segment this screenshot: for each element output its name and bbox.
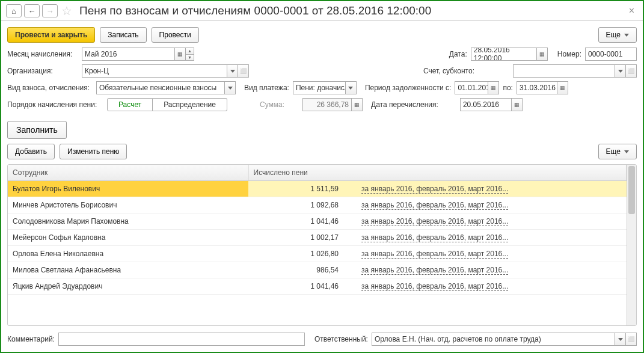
cell-amount: 1 511,59 [248,181,357,197]
account-input[interactable] [513,64,615,78]
cell-period: за январь 2016, февраль 2016, март 2016.… [357,230,627,246]
org-open-button[interactable]: ⬜ [238,64,249,78]
period-link[interactable]: за январь 2016, февраль 2016, март 2016.… [361,201,508,210]
responsible-input[interactable]: Орлова Е.Н. (Нач. отд. расчетов по оплат… [372,333,615,346]
cell-period: за январь 2016, февраль 2016, март 2016.… [357,181,627,197]
number-input[interactable]: 0000-0001 [585,48,637,61]
transfer-date-input[interactable]: 20.05.2016 [460,98,512,111]
label-period-from: Период задолженности с: [365,84,452,92]
post-button[interactable]: Провести [152,27,199,43]
cell-period: за январь 2016, февраль 2016, март 2016.… [357,213,627,230]
main-toolbar: Провести и закрыть Записать Провести Еще [1,21,643,48]
contrib-type-dropdown[interactable] [225,81,236,94]
cell-amount: 1 041,46 [248,213,357,230]
period-from-input[interactable]: 01.01.2016 [455,81,488,94]
forward-button: → [42,4,58,17]
segment-dist[interactable]: Распределение [153,98,227,111]
cell-employee: Орлова Елена Николаевна [8,246,248,262]
back-button[interactable]: ← [24,4,40,17]
fill-button[interactable]: Заполнить [7,121,67,139]
account-open-button[interactable]: ⬜ [626,64,637,78]
chevron-down-icon [624,34,629,37]
label-transfer-date: Дата перечисления: [371,100,438,109]
table-row[interactable]: Орлова Елена Николаевна1 026,80за январь… [8,246,627,262]
period-link[interactable]: за январь 2016, февраль 2016, март 2016.… [361,217,508,226]
contrib-type-input[interactable]: Обязательные пенсионные взносы [96,81,225,94]
window-title: Пеня по взносам и отчислениям 0000-0001 … [79,4,623,17]
cell-employee: Мейерсон Софья Карловна [8,230,248,246]
more-button[interactable]: Еще [598,27,637,43]
label-payment-type: Вид платежа: [244,84,289,92]
comment-input[interactable] [58,333,305,346]
label-number: Номер: [557,50,581,58]
save-button[interactable]: Записать [100,27,146,43]
month-input[interactable]: Май 2016 [82,48,175,61]
table-row[interactable]: Булатов Игорь Виленович1 511,59за январь… [8,181,627,197]
close-button[interactable]: × [625,5,638,16]
label-comment: Комментарий: [7,335,55,343]
label-org: Организация: [7,67,78,75]
th-amount[interactable]: Исчислено пени [248,165,627,181]
org-input[interactable]: Крон-Ц [82,64,227,78]
cell-employee: Солодовникова Мария Пахомовна [8,213,248,230]
payment-type-dropdown[interactable] [346,81,357,94]
titlebar: ⌂ ← → ☆ Пеня по взносам и отчислениям 00… [1,1,643,21]
cell-period: за январь 2016, февраль 2016, март 2016.… [357,246,627,262]
edit-button[interactable]: Изменить пеню [60,144,127,159]
table-row[interactable]: Милова Светлана Афанасьевна986,54за янва… [8,262,627,278]
employee-table: Сотрудник Исчислено пени Булатов Игорь В… [7,164,637,326]
cell-employee: Милова Светлана Афанасьевна [8,262,248,278]
label-account: Счет, субконто: [423,67,474,75]
table-row[interactable]: Солодовникова Мария Пахомовна1 041,46за … [8,213,627,230]
period-link[interactable]: за январь 2016, февраль 2016, март 2016.… [361,250,508,259]
table-more-button[interactable]: Еще [598,144,637,159]
period-from-picker[interactable]: ▦ [488,81,499,94]
org-dropdown-button[interactable] [227,64,238,78]
home-button[interactable]: ⌂ [6,4,22,17]
cell-period: за январь 2016, февраль 2016, март 2016.… [357,197,627,213]
cell-period: за январь 2016, февраль 2016, март 2016.… [357,262,627,278]
month-spinner[interactable]: ▲▼ [186,48,194,61]
label-sum: Сумма: [260,100,284,109]
label-date: Дата: [449,50,467,58]
label-month: Месяц начисления: [7,50,78,58]
period-to-picker[interactable]: ▦ [557,81,568,94]
responsible-open-button[interactable]: ⬜ [626,333,637,346]
favorite-star-icon[interactable]: ☆ [60,4,73,18]
period-link[interactable]: за январь 2016, февраль 2016, март 2016.… [361,266,508,275]
vertical-scrollbar[interactable] [627,165,636,325]
sum-calc-button[interactable]: ▦ [352,98,363,111]
segment-calc[interactable]: Расчет [107,98,153,111]
cell-amount: 986,54 [248,262,357,278]
cell-employee: Минчев Аристотель Борисович [8,197,248,213]
table-row[interactable]: Яцкив Андрей Эдуардович1 041,46за январь… [8,278,627,295]
date-picker-button[interactable]: ▦ [537,48,548,61]
cell-employee: Булатов Игорь Виленович [8,181,248,197]
sum-input: 26 366,78 [302,98,352,111]
cell-employee: Яцкив Андрей Эдуардович [8,278,248,295]
cell-amount: 1 041,46 [248,278,357,295]
period-link[interactable]: за январь 2016, февраль 2016, март 2016.… [361,282,508,291]
label-to: по: [503,84,513,92]
period-link[interactable]: за январь 2016, февраль 2016, март 2016.… [361,233,508,242]
add-button[interactable]: Добавить [7,144,55,159]
cell-amount: 1 026,80 [248,246,357,262]
post-and-close-button[interactable]: Провести и закрыть [7,27,95,43]
label-responsible: Ответственный: [314,335,368,343]
payment-type-input[interactable]: Пени: доначисление [293,81,346,94]
cell-amount: 1 092,68 [248,197,357,213]
cell-period: за январь 2016, февраль 2016, март 2016.… [357,278,627,295]
transfer-date-picker[interactable]: ▦ [512,98,523,111]
label-order: Порядок начисления пени: [7,100,103,109]
date-input[interactable]: 28.05.2016 12:00:00 [471,48,537,61]
period-to-input[interactable]: 31.03.2016 [517,81,557,94]
label-contrib-type: Вид взноса, отчисления: [7,84,93,92]
period-link[interactable]: за январь 2016, февраль 2016, март 2016.… [361,185,508,194]
table-row[interactable]: Мейерсон Софья Карловна1 002,17за январь… [8,230,627,246]
responsible-dropdown[interactable] [615,333,626,346]
account-dropdown-button[interactable] [615,64,626,78]
table-row[interactable]: Минчев Аристотель Борисович1 092,68за ян… [8,197,627,213]
cell-amount: 1 002,17 [248,230,357,246]
th-employee[interactable]: Сотрудник [8,165,248,181]
month-picker-button[interactable]: ▦ [175,48,186,61]
